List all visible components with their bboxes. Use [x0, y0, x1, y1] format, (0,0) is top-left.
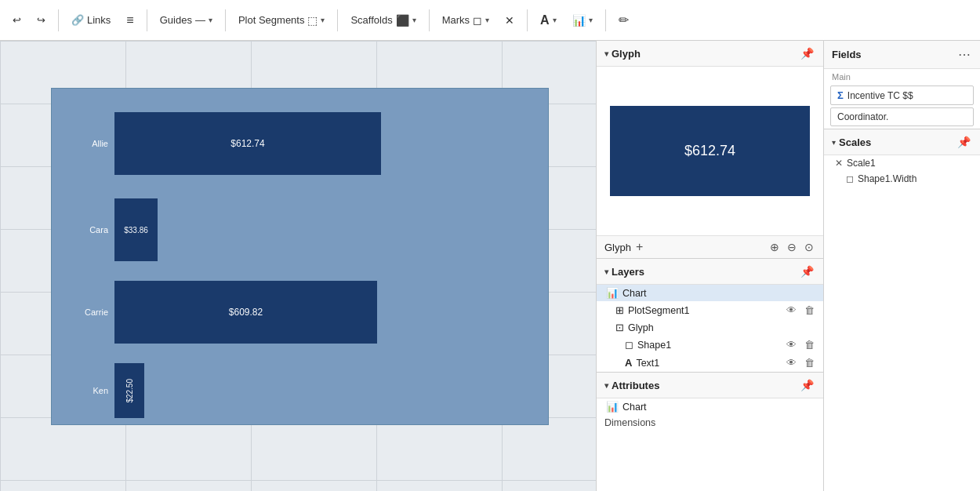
shape1-tree-icon: ◻ [625, 339, 633, 351]
bar-label-ken: Ken [52, 386, 114, 395]
tree-item-ps1-left: ⊞ PlotSegment1 [615, 304, 690, 316]
marks-rect-icon: ◻ [473, 14, 482, 27]
bar-carrie: $609.82 [114, 281, 377, 344]
attributes-chart-item[interactable]: 📊 Chart [597, 398, 823, 415]
bar-value-allie: $612.74 [230, 138, 264, 149]
zoom-in-button[interactable]: ⊕ [768, 239, 781, 255]
tree-item-glyph[interactable]: ⊡ Glyph [597, 319, 823, 336]
list-button[interactable]: ≡ [120, 10, 140, 31]
glyph-zoom-icons: ⊕ ⊖ ⊙ [768, 239, 815, 255]
shape1-eye-button[interactable]: 👁 [784, 338, 799, 351]
glyph-footer-label: Glyph [604, 242, 631, 253]
ps1-eye-button[interactable]: 👁 [784, 304, 799, 317]
guides-line-icon: — [195, 14, 205, 26]
tree-item-chart-left: 📊 Chart [606, 287, 647, 299]
glyph-add-button[interactable]: + [636, 241, 643, 253]
attributes-chevron-icon: ▾ [604, 381, 608, 390]
undo-button[interactable]: ↩ [6, 11, 27, 29]
sigma-icon: Σ [837, 89, 844, 101]
shape1-delete-button[interactable]: 🗑 [802, 338, 817, 351]
field-item-incentive[interactable]: Σ Incentive TC $$ [830, 85, 974, 105]
scales-pin-button[interactable]: 📌 [956, 134, 972, 150]
shape1width-label: Shape1.Width [858, 173, 916, 184]
attributes-section: ▾ Attributes 📌 📊 Chart Dimensions [597, 373, 823, 431]
scale-item-scale1[interactable]: ✕ Scale1 [824, 155, 980, 171]
glyph-header-icons: 📌 [799, 45, 815, 61]
glyph-chevron-icon: ▾ [604, 49, 608, 58]
plot-segments-chevron-icon: ▾ [321, 16, 325, 24]
glyph-bar: $612.74 [610, 106, 810, 196]
bar-label-cara: Cara [52, 225, 114, 235]
plot-segments-button[interactable]: Plot Segments ⬚ ▾ [232, 11, 332, 30]
marks-x-icon: ✕ [505, 14, 514, 27]
layers-title-label: Layers [612, 266, 644, 278]
text1-tree-icon: A [625, 357, 632, 369]
glyph-tree-icon: ⊡ [615, 322, 624, 333]
links-button[interactable]: 🔗 Links [65, 11, 117, 29]
list-icon: ≡ [126, 13, 133, 27]
pencil-icon: ✏ [619, 13, 629, 27]
plot-segments-label: Plot Segments [238, 14, 305, 26]
bar-row-allie: Allie $612.74 [52, 112, 548, 175]
attributes-pin-button[interactable]: 📌 [799, 377, 815, 393]
layers-header: ▾ Layers 📌 [597, 259, 823, 285]
tree-item-text1[interactable]: A Text1 👁 🗑 [597, 354, 823, 372]
guides-button[interactable]: Guides — ▾ [154, 11, 219, 29]
bar-value-carrie: $609.82 [229, 307, 263, 318]
canvas-area[interactable]: Allie $612.74 Cara $33.86 Carrie $609.82 [0, 41, 596, 491]
glyph-header: ▾ Glyph 📌 [597, 41, 823, 67]
bar-row-ken: Ken $22.50 [52, 363, 548, 418]
bar-value-cara: $33.86 [124, 226, 148, 235]
toolbar: ↩ ↪ 🔗 Links ≡ Guides — ▾ Plot Segments ⬚… [0, 0, 980, 41]
zoom-out-icon: ⊖ [787, 241, 797, 253]
scale-item-shape1width[interactable]: ◻ Shape1.Width [824, 171, 980, 187]
text-button[interactable]: A ▾ [534, 10, 563, 31]
attributes-title: ▾ Attributes [604, 380, 659, 391]
bar-label-allie: Allie [52, 139, 114, 148]
tree-item-plot-segment1[interactable]: ⊞ PlotSegment1 👁 🗑 [597, 301, 823, 319]
text1-eye-icon: 👁 [786, 357, 797, 369]
attr-chart-label: Chart [622, 402, 647, 413]
zoom-reset-icon: ⊙ [804, 241, 814, 253]
pencil-button[interactable]: ✏ [612, 9, 635, 31]
attributes-dimensions-label: Dimensions [604, 417, 655, 428]
main-area: Allie $612.74 Cara $33.86 Carrie $609.82 [0, 41, 980, 491]
zoom-out-button[interactable]: ⊖ [786, 239, 798, 255]
separator-6 [527, 9, 528, 31]
bar-row-cara: Cara $33.86 [52, 198, 548, 261]
glyph-pin-icon: 📌 [800, 47, 814, 60]
tree-item-shape1[interactable]: ◻ Shape1 👁 🗑 [597, 336, 823, 354]
chart-export-button[interactable]: 📊 ▾ [566, 11, 599, 30]
separator-2 [147, 9, 147, 31]
chart-tree-label: Chart [622, 288, 647, 299]
tree-item-chart[interactable]: 📊 Chart [597, 285, 823, 301]
glyph-pin-button[interactable]: 📌 [799, 45, 815, 61]
fields-more-button[interactable]: ⋯ [956, 45, 972, 64]
text1-eye-button[interactable]: 👁 [784, 356, 799, 369]
tree-item-ps1-right: 👁 🗑 [784, 304, 817, 317]
redo-button[interactable]: ↪ [31, 11, 52, 29]
separator-7 [605, 9, 606, 31]
shape1-delete-icon: 🗑 [804, 339, 815, 351]
shape1-eye-icon: 👁 [786, 339, 797, 351]
separator-3 [225, 9, 226, 31]
text1-delete-button[interactable]: 🗑 [802, 356, 817, 369]
fields-section: Fields ⋯ Main Σ Incentive TC $$ Coordina… [824, 41, 980, 129]
scales-chevron-icon: ▾ [832, 138, 836, 147]
attributes-chart-left: 📊 Chart [606, 401, 647, 413]
marks-button[interactable]: Marks ◻ ▾ [436, 11, 495, 30]
text1-label: Text1 [636, 358, 659, 369]
field-incentive-label: Incentive TC $$ [848, 90, 913, 101]
scaffolds-button[interactable]: Scaffolds ⬛ ▾ [344, 11, 422, 30]
glyph-section: ▾ Glyph 📌 $612.74 Glyph + [597, 41, 823, 259]
layers-title: ▾ Layers [604, 266, 644, 278]
chart-container[interactable]: Allie $612.74 Cara $33.86 Carrie $609.82 [51, 88, 549, 425]
zoom-in-icon: ⊕ [770, 241, 779, 253]
layers-pin-button[interactable]: 📌 [799, 264, 815, 279]
marks-x-button[interactable]: ✕ [499, 11, 521, 30]
zoom-reset-button[interactable]: ⊙ [803, 239, 815, 255]
ps1-delete-icon: 🗑 [804, 304, 815, 316]
field-item-coordinator[interactable]: Coordinator. [830, 107, 974, 126]
ps1-delete-button[interactable]: 🗑 [802, 304, 817, 317]
fields-main-label: Main [824, 69, 980, 83]
